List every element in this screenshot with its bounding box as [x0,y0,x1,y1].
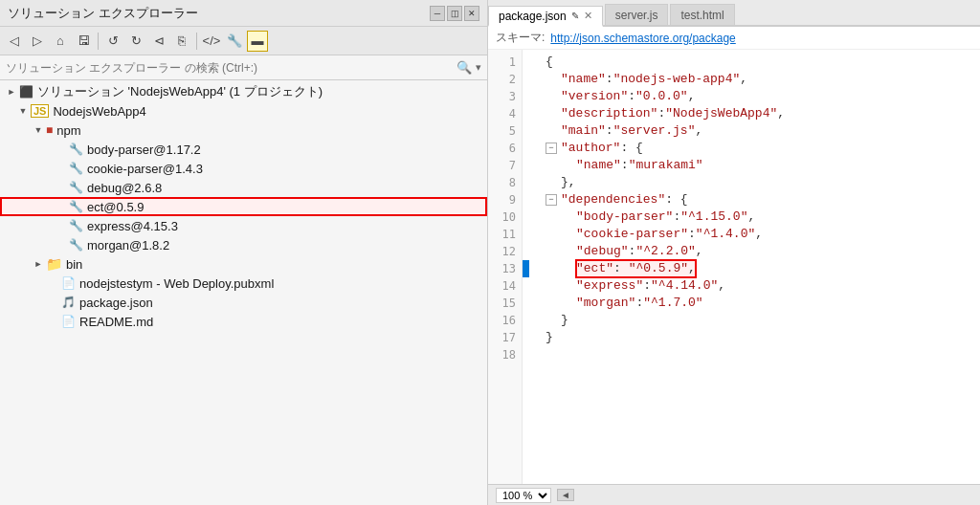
ln-1: 1 [509,54,516,71]
code-line-9: − "dependencies": { [530,191,972,209]
refresh-button[interactable]: ↻ [125,31,146,52]
ln-15: 15 [502,295,516,312]
ln-11: 11 [502,226,516,243]
tree-cookie-parser-row[interactable]: 🔧 cookie-parser@1.4.3 [0,159,487,178]
fold-icon-9[interactable]: − [546,194,557,206]
code-line-16: } [530,312,972,329]
code-line-5: "main": "server.js", [530,122,972,140]
search-input[interactable] [6,61,457,75]
ln-3: 3 [509,88,516,105]
code-editor[interactable]: { "name": "nodejs-web-app4", "version": … [523,50,980,484]
ln-4: 4 [509,105,516,122]
debug-label: debug@2.6.8 [87,181,162,195]
back2-button[interactable]: ⊲ [148,31,169,52]
editor-panel: package.json ✎ ✕ server.js test.html スキー… [488,0,980,505]
auto-hide-button[interactable]: ◫ [447,6,462,21]
ln-14: 14 [502,277,516,295]
tab-server-js[interactable]: server.js [605,4,669,25]
ln-16: 16 [502,312,516,329]
solution-expand-icon: ► [4,84,19,99]
code-line-15: "morgan": "^1.7.0" [530,295,972,312]
ln-12: 12 [502,243,516,260]
toolbar-divider-2 [196,33,197,50]
code-button[interactable]: </> [201,31,222,52]
folder-icon: 📁 [46,256,62,272]
solution-label: ソリューション 'NodejsWebApp4' (1 プロジェクト) [37,83,323,100]
ln-6: 6 [509,140,516,157]
project-label: NodejsWebApp4 [53,104,145,119]
tree-express-row[interactable]: 🔧 express@4.15.3 [0,216,487,235]
express-label: express@4.15.3 [87,219,178,233]
indicator-bar2 [526,260,529,277]
code-text: { [546,54,553,71]
toolbar-divider-1 [98,33,99,50]
tab-package-json[interactable]: package.json ✎ ✕ [488,6,603,27]
schema-label: スキーマ: [496,30,545,46]
code-line-12: "debug": "^2.2.0", [530,243,972,260]
readme-label: README.md [79,315,153,329]
bin-expand-icon: ► [31,256,46,272]
tree-packagejson-row[interactable]: 🎵 package.json [0,293,487,312]
file-icon: 📄 [61,276,76,290]
code-line-7: "name": "murakami" [530,157,972,174]
tree-bin-row[interactable]: ► 📁 bin [0,254,487,274]
code-line-11: "cookie-parser": "^1.4.0", [530,226,972,243]
tree-body-parser-row[interactable]: 🔧 body-parser@1.17.2 [0,140,487,159]
tab-bar: package.json ✎ ✕ server.js test.html [488,0,980,27]
code-text-highlighted: "ect": "^0.5.9", [576,260,696,277]
tree-ect-row[interactable]: 🔧 ect@0.5.9 [0,197,487,216]
npm-icon: ■ [46,123,53,137]
code-text: "author" [561,140,620,157]
search-icon[interactable]: 🔍 [457,60,472,75]
code-line-18 [530,346,972,363]
code-text: "name" [561,71,606,88]
active-button[interactable]: ▬ [247,31,268,52]
panel-title: ソリューション エクスプローラー [8,5,198,22]
save-button[interactable]: 🖫 [73,31,94,52]
code-text: "main" [561,122,606,140]
tree-debug-row[interactable]: 🔧 debug@2.6.8 [0,178,487,197]
code-text: "version" [561,88,628,105]
back-button[interactable]: ◁ [4,31,25,52]
history-button[interactable]: ↺ [102,31,123,52]
fold-icon-6[interactable]: − [546,143,557,154]
code-line-14: "express": "^4.14.0", [530,277,972,295]
explorer-toolbar: ◁ ▷ ⌂ 🖫 ↺ ↻ ⊲ ⎘ </> 🔧 ▬ [0,27,487,55]
tree-solution-row[interactable]: ► ⬛ ソリューション 'NodejsWebApp4' (1 プロジェクト) [0,82,487,101]
tree-area: ► ⬛ ソリューション 'NodejsWebApp4' (1 プロジェクト) ▼… [0,80,487,505]
tab-close-package-json[interactable]: ✕ [584,10,592,22]
package-icon: 🔧 [69,143,83,156]
code-text: "debug" [576,243,629,260]
code-line-13: "ect": "^0.5.9", [530,260,972,277]
morgan-label: morgan@1.8.2 [87,238,169,252]
tab-test-html[interactable]: test.html [670,4,734,25]
forward-button[interactable]: ▷ [27,31,48,52]
ln-17: 17 [502,329,516,346]
project-expand-icon: ▼ [15,103,31,119]
close-panel-button[interactable]: ✕ [464,6,479,21]
search-bar: 🔍 ▾ [0,55,487,80]
packagejson-label: package.json [79,296,153,310]
pin-button[interactable]: ─ [430,6,445,21]
npm-label: npm [56,123,80,138]
tree-npm-row[interactable]: ▼ ■ npm [0,121,487,140]
search-options[interactable]: ▾ [476,61,481,74]
body-parser-label: body-parser@1.17.2 [87,143,201,157]
tree-pubxml-row[interactable]: 📄 nodejstestym - Web Deploy.pubxml [0,274,487,293]
tab-label-server-js: server.js [615,9,658,22]
ln-18: 18 [502,346,516,363]
solution-explorer-panel: ソリューション エクスプローラー ─ ◫ ✕ ◁ ▷ ⌂ 🖫 ↺ ↻ ⊲ ⎘ <… [0,0,488,505]
zoom-select[interactable]: 100 % 75 % 125 % 150 % [496,488,551,503]
code-content: 1 2 3 4 5 6 7 8 9 10 11 12 13 14 15 16 1… [488,50,980,484]
settings-button[interactable]: 🔧 [224,31,245,52]
ln-5: 5 [509,122,516,140]
tree-readme-row[interactable]: 📄 README.md [0,312,487,331]
tree-project-row[interactable]: ▼ JS NodejsWebApp4 [0,101,487,121]
schema-url[interactable]: http://json.schemastore.org/package [550,32,735,45]
copy-button[interactable]: ⎘ [171,31,192,52]
tree-morgan-row[interactable]: 🔧 morgan@1.8.2 [0,235,487,254]
scroll-left-button[interactable]: ◄ [557,489,574,501]
code-line-2: "name": "nodejs-web-app4", [530,71,972,88]
home-button[interactable]: ⌂ [50,31,71,52]
code-text: "description" [561,105,657,122]
